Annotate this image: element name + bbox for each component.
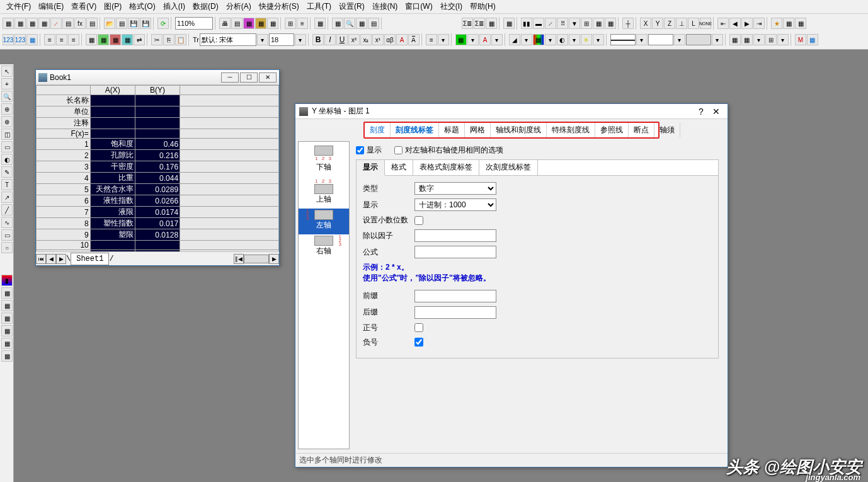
layer-new-icon[interactable]: ⊞	[765, 34, 777, 45]
tool-c-icon[interactable]: ▦	[1, 313, 13, 324]
menu-insert[interactable]: 插入(I)	[159, 0, 189, 13]
replace-icon[interactable]: ▦	[605, 18, 616, 29]
superscript-icon[interactable]: x²	[348, 34, 360, 45]
tab-line-ticks[interactable]: 轴线和刻度线	[491, 123, 547, 137]
line-preview[interactable]	[610, 34, 636, 45]
pointer-icon[interactable]: ↖	[1, 66, 13, 77]
italic-icon[interactable]: I	[324, 34, 336, 45]
import-multi-icon[interactable]: ▦	[267, 18, 278, 29]
swap-icon[interactable]: ⇄	[134, 34, 145, 45]
script-icon[interactable]: ▤	[368, 18, 379, 29]
palette-dd-icon[interactable]: ▾	[545, 34, 556, 45]
axis-item-left[interactable]: 123 左轴	[299, 209, 349, 234]
worksheet-table[interactable]: A(X) B(Y) 长名称 单位 注释 F(x)= 1 饱和度 0.46 2 孔…	[36, 85, 279, 251]
move-right-icon[interactable]: ▶	[741, 18, 753, 29]
row-index[interactable]: 10	[37, 241, 91, 250]
move-first-icon[interactable]: ⇤	[717, 18, 729, 29]
border-icon[interactable]: ▦	[122, 34, 133, 45]
tab-scale[interactable]: 刻度	[365, 123, 391, 137]
cell-a[interactable]: 干密度	[90, 161, 135, 173]
subscript-icon[interactable]: x₂	[360, 34, 372, 45]
recalc-icon[interactable]: ⟳	[157, 18, 169, 29]
filter-icon[interactable]: ▼	[569, 18, 580, 29]
menu-data[interactable]: 数据(D)	[189, 0, 222, 13]
find-icon[interactable]: ▦	[593, 18, 604, 29]
set-x-icon[interactable]: X	[640, 18, 651, 29]
print-icon[interactable]: 🖶	[219, 18, 231, 29]
minus-checkbox[interactable]	[414, 338, 423, 347]
row-text-icon[interactable]: ▦	[26, 34, 38, 45]
cell-b[interactable]: 0.176	[135, 161, 180, 173]
row-index[interactable]: 5	[37, 184, 91, 195]
pivot-icon[interactable]: ⊞	[581, 18, 592, 29]
row-fx[interactable]: F(x)=	[37, 129, 91, 139]
cell-b[interactable]: 0.216	[135, 150, 180, 161]
cell-b[interactable]: 0.0266	[135, 195, 180, 207]
font-size-combo[interactable]	[269, 33, 294, 46]
batch-icon[interactable]: ▦	[332, 18, 343, 29]
menu-tools[interactable]: 工具(T)	[303, 0, 335, 13]
row-index[interactable]: 2	[37, 150, 91, 161]
align-right-icon[interactable]: ≡	[68, 34, 79, 45]
fill-preview[interactable]	[686, 34, 711, 45]
line-plot-icon[interactable]: ⟋	[545, 18, 556, 29]
workbook-titlebar[interactable]: Book1 ─ ☐ ✕	[36, 70, 279, 85]
fill-icon[interactable]: ▦	[110, 34, 121, 45]
add-color-icon[interactable]: ▦	[314, 18, 326, 29]
new-matrix-icon[interactable]: ▦	[38, 18, 50, 29]
tool-f-icon[interactable]: ▦	[1, 350, 13, 362]
scroll-left[interactable]: ‖◀	[234, 254, 244, 264]
subtab-table[interactable]: 表格式刻度标签	[413, 160, 479, 175]
menu-social[interactable]: 社交(I)	[437, 0, 466, 13]
plus-checkbox[interactable]	[414, 323, 423, 332]
stats-col-icon[interactable]: Σ≣	[474, 18, 485, 29]
mask-tool-icon[interactable]: ◐	[1, 154, 13, 165]
open-icon[interactable]: 📂	[104, 18, 115, 29]
align-left-icon[interactable]: ≡	[44, 34, 55, 45]
type-select[interactable]: 数字	[414, 182, 496, 195]
greek-icon[interactable]: αβ	[384, 34, 396, 45]
suffix-input[interactable]	[414, 306, 496, 319]
same-checkbox[interactable]	[394, 146, 403, 154]
menu-analysis[interactable]: 分析(A)	[222, 0, 255, 13]
row-index[interactable]: 6	[37, 195, 91, 207]
tool-a-icon[interactable]: ▦	[1, 287, 13, 299]
new-project-icon[interactable]: ▦	[3, 18, 14, 29]
move-last-icon[interactable]: ⇥	[753, 18, 765, 29]
query-icon[interactable]: ▦	[356, 18, 367, 29]
font-bg-dd-icon[interactable]: ▾	[491, 34, 503, 45]
layer-extract-icon[interactable]: ▾	[753, 34, 765, 45]
region-icon[interactable]: ▭	[1, 141, 13, 152]
data-selector-icon[interactable]: ◫	[1, 129, 13, 140]
cell-b[interactable]: 0.0128	[135, 229, 180, 241]
stats-row-icon[interactable]: ▦	[486, 18, 497, 29]
tool-e-icon[interactable]: ▦	[1, 338, 13, 349]
copy-icon[interactable]: ⎘	[163, 34, 174, 45]
menu-view[interactable]: 查看(V)	[67, 0, 100, 13]
corner-cell[interactable]	[37, 86, 91, 95]
cell-b[interactable]: 0.0174	[135, 207, 180, 218]
addcol-icon[interactable]: ▦	[795, 18, 806, 29]
fill-color-icon[interactable]: ▦	[455, 34, 467, 45]
tab-special-ticks[interactable]: 特殊刻度线	[547, 123, 595, 137]
layer-new-dd-icon[interactable]: ▾	[777, 34, 789, 45]
cell-a[interactable]	[90, 241, 135, 250]
draw-icon[interactable]: ✎	[1, 166, 13, 178]
axis-item-right[interactable]: 123 右轴	[299, 234, 349, 260]
row-comments[interactable]: 注释	[37, 118, 91, 129]
menu-edit[interactable]: 编辑(E)	[35, 0, 67, 13]
formula-input[interactable]	[414, 246, 496, 258]
subtab-minor[interactable]: 次刻度线标签	[479, 160, 538, 175]
row-index[interactable]: 4	[37, 173, 91, 184]
width-dd-icon[interactable]: ▾	[674, 34, 685, 45]
app-icon[interactable]: ★	[771, 18, 782, 29]
paste-icon[interactable]: 📋	[175, 34, 186, 45]
import-wizard-icon[interactable]: ▦	[243, 18, 254, 29]
new-notes-icon[interactable]: ▤	[86, 18, 98, 29]
light-icon[interactable]: ☀	[581, 34, 592, 45]
open-template-icon[interactable]: ▤	[116, 18, 127, 29]
dialog-close-button[interactable]: ✕	[709, 105, 724, 118]
layer-icon[interactable]: ≡	[297, 18, 308, 29]
import-single-icon[interactable]: ▦	[255, 18, 266, 29]
subtab-format[interactable]: 格式	[385, 160, 413, 175]
